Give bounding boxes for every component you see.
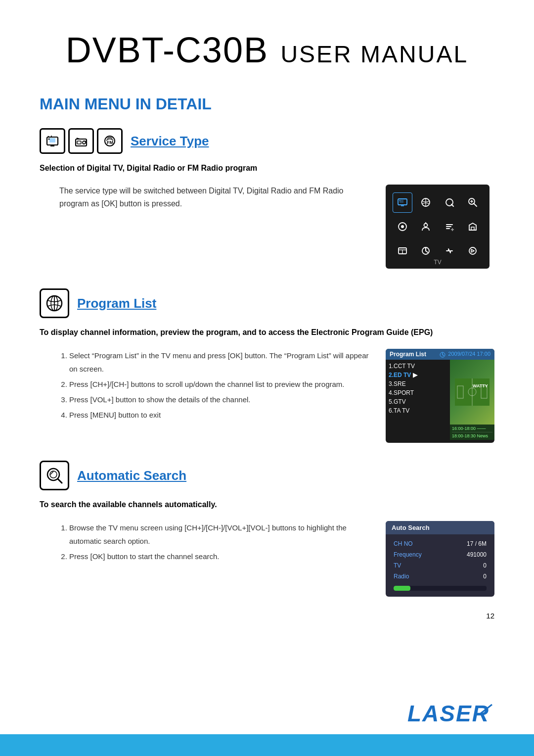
page-number-area: 12	[40, 612, 494, 620]
program-list-icon	[40, 288, 69, 318]
as-header: Auto Search	[386, 521, 494, 534]
auto-search-header: Automatic Search	[40, 461, 494, 490]
program-list-subtitle: To display channel information, preview …	[40, 328, 494, 337]
program-list-header: Program List	[40, 288, 494, 318]
svg-point-41	[469, 247, 476, 254]
auto-search-steps: Browse the TV menu screen using [CH+]/[C…	[54, 521, 371, 563]
as-row-chno: CH NO 17 / 6M	[394, 540, 487, 547]
tv-menu-icon-2	[416, 192, 436, 213]
tv-menu-icon-3	[440, 192, 459, 213]
page-footer	[0, 734, 534, 756]
as-row-tv: TV 0	[394, 562, 487, 569]
program-list-step-3: Press [VOL+] button to show the details …	[69, 393, 371, 406]
as-label-radio: Radio	[394, 573, 409, 580]
svg-text:FM: FM	[107, 140, 113, 145]
as-progress-fill	[394, 586, 410, 591]
tv-menu-screen: TV	[386, 185, 490, 269]
tv-menu-icon-10	[416, 240, 436, 261]
svg-point-26	[401, 225, 404, 228]
program-list-title[interactable]: Program List	[77, 296, 156, 311]
prog-ch-4[interactable]: 4.SPORT	[389, 388, 447, 397]
tv-menu-icon-4	[463, 192, 483, 213]
prog-ch-3[interactable]: 3.SRE	[389, 379, 447, 388]
radio-service-icon	[68, 128, 94, 154]
prog-ch-1[interactable]: 1.CCT TV	[389, 362, 447, 371]
svg-point-16	[399, 200, 400, 201]
tv-service-icon	[40, 128, 65, 154]
program-list-screen-mock: Program List 2009/07/24 17:00 1.CCT TV 2…	[386, 349, 494, 443]
svg-point-56	[50, 471, 57, 478]
tv-menu-icon-9	[393, 240, 412, 261]
prog-preview-image: WATTY	[450, 360, 494, 425]
tv-menu-icon-1	[393, 192, 412, 213]
auto-search-step-1: Browse the TV menu screen using [CH+]/[C…	[69, 521, 371, 548]
svg-line-22	[474, 203, 477, 206]
program-list-screen: Program List 2009/07/24 17:00 1.CCT TV 2…	[386, 349, 494, 443]
auto-search-screen-mock: Auto Search CH NO 17 / 6M Frequency 4910…	[386, 521, 494, 597]
svg-line-20	[451, 204, 453, 206]
prog-epg-line2: 18:00-18:30 News	[452, 433, 492, 438]
title-doc: USER MANUAL	[280, 41, 468, 67]
program-list-steps: Select “Program List” in the TV menu and…	[54, 349, 371, 422]
prog-epg-info: 16:00-18:00 —— 18:00-18:30 News	[450, 425, 494, 440]
tv-menu-icon-6	[416, 217, 436, 237]
program-list-content: Select “Program List” in the TV menu and…	[40, 349, 494, 443]
page-container: DVBT-C30B USER MANUAL MAIN MENU IN DETAI…	[0, 0, 534, 756]
as-label-freq: Frequency	[394, 551, 422, 558]
auto-search-icon	[40, 461, 69, 490]
tv-screen-label: TV	[434, 259, 441, 266]
service-type-title[interactable]: Service Type	[131, 134, 209, 149]
prog-ch-5[interactable]: 5.GTV	[389, 397, 447, 406]
as-row-freq: Frequency 491000	[394, 551, 487, 558]
svg-line-55	[58, 479, 62, 483]
svg-line-47	[443, 355, 444, 356]
program-list-step-2: Press [CH+]/[CH-] buttons to scroll up/d…	[69, 378, 371, 391]
auto-search-content: Browse the TV menu screen using [CH+]/[C…	[40, 521, 494, 597]
as-value-freq: 491000	[467, 551, 487, 558]
service-type-header: FM Service Type	[40, 128, 494, 154]
program-list-step-1: Select “Program List” in the TV menu and…	[69, 349, 371, 376]
prog-ch-6[interactable]: 6.TA TV	[389, 406, 447, 415]
prog-channels-list: 1.CCT TV 2.ED TV ▶ 3.SRE 4.SPORT 5.GTV 6…	[386, 360, 450, 440]
prog-date-text: 2009/07/24 17:00	[448, 351, 490, 357]
program-list-step-4: Press [MENU] button to exit	[69, 408, 371, 422]
tv-menu-icon-7	[440, 217, 459, 237]
prog-ch-2[interactable]: 2.ED TV ▶	[389, 371, 447, 379]
prog-header-title: Program List	[390, 351, 426, 358]
tv-menu-icon-12	[463, 240, 483, 261]
auto-search-steps-area: Browse the TV menu screen using [CH+]/[C…	[40, 521, 371, 565]
service-type-icon-group: FM	[40, 128, 123, 154]
svg-text:LASER: LASER	[407, 701, 490, 725]
auto-search-title[interactable]: Automatic Search	[77, 468, 186, 483]
prog-header-date: 2009/07/24 17:00	[440, 351, 490, 357]
prog-preview-area: WATTY 16:00-18:00 —— 18:00-18:30 News	[450, 360, 494, 440]
service-type-screen: TV	[386, 185, 494, 269]
svg-rect-7	[77, 141, 81, 144]
page-number: 12	[486, 612, 494, 620]
program-list-steps-area: Select “Program List” in the TV menu and…	[40, 349, 371, 424]
laser-logo-area: LASER	[405, 700, 494, 729]
svg-line-40	[426, 251, 428, 252]
as-label-tv: TV	[394, 562, 401, 569]
laser-logo-text: LASER	[405, 706, 494, 730]
svg-point-27	[424, 223, 428, 227]
prog-screen-header: Program List 2009/07/24 17:00	[386, 349, 494, 360]
auto-search-subtitle: To search the available channels automat…	[40, 500, 494, 509]
laser-logo: LASER	[405, 700, 494, 729]
service-type-subtitle: Selection of Digital TV, Digital Radio o…	[40, 164, 494, 173]
tv-menu-icon-5	[393, 217, 412, 237]
svg-point-4	[48, 139, 50, 140]
title-section: DVBT-C30B USER MANUAL	[40, 20, 494, 80]
prog-list-area: 1.CCT TV 2.ED TV ▶ 3.SRE 4.SPORT 5.GTV 6…	[386, 360, 494, 440]
service-type-content: The service type will be switched betwee…	[40, 185, 494, 269]
prog-epg-line1: 16:00-18:00 ——	[452, 426, 492, 432]
svg-text:WATTY: WATTY	[473, 383, 488, 388]
auto-search-step-2: Press [OK] button to start the channel s…	[69, 550, 371, 563]
svg-rect-2	[49, 138, 55, 142]
main-menu-heading: MAIN MENU IN DETAIL	[40, 95, 494, 113]
svg-point-6	[83, 141, 86, 144]
auto-search-screen: Auto Search CH NO 17 / 6M Frequency 4910…	[386, 521, 494, 597]
as-value-radio: 0	[483, 573, 487, 580]
as-body: CH NO 17 / 6M Frequency 491000 TV 0 Radi…	[386, 534, 494, 597]
as-label-chno: CH NO	[394, 540, 413, 547]
